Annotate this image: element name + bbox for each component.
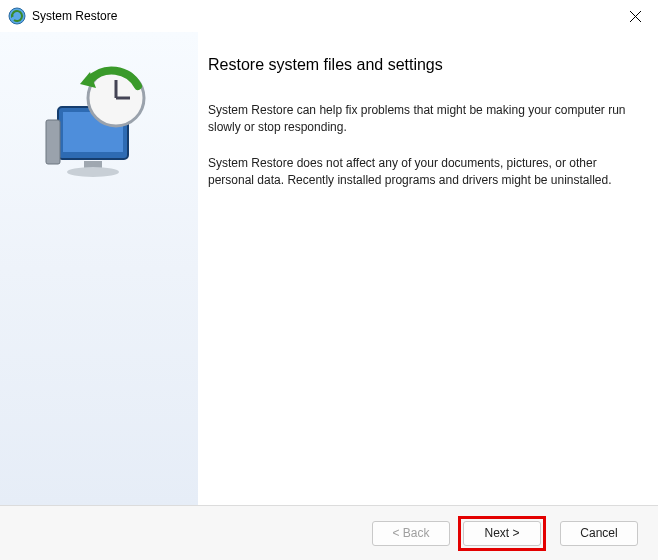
- svg-rect-8: [46, 120, 60, 164]
- close-button[interactable]: [612, 0, 658, 32]
- title-bar: System Restore: [0, 0, 658, 33]
- page-heading: Restore system files and settings: [208, 56, 630, 74]
- restore-monitor-icon: [38, 62, 158, 182]
- next-button[interactable]: Next >: [463, 521, 541, 546]
- intro-paragraph-1: System Restore can help fix problems tha…: [208, 102, 630, 137]
- intro-paragraph-2: System Restore does not affect any of yo…: [208, 155, 630, 190]
- window-title: System Restore: [32, 9, 612, 23]
- system-restore-icon: [8, 7, 26, 25]
- wizard-content: Restore system files and settings System…: [198, 32, 658, 506]
- svg-point-7: [67, 167, 119, 177]
- wizard-footer: < Back Next > Cancel: [0, 505, 658, 560]
- cancel-button[interactable]: Cancel: [560, 521, 638, 546]
- wizard-sidebar: [0, 32, 198, 506]
- next-button-highlight: Next >: [458, 516, 546, 551]
- back-button: < Back: [372, 521, 450, 546]
- wizard-body: Restore system files and settings System…: [0, 32, 658, 506]
